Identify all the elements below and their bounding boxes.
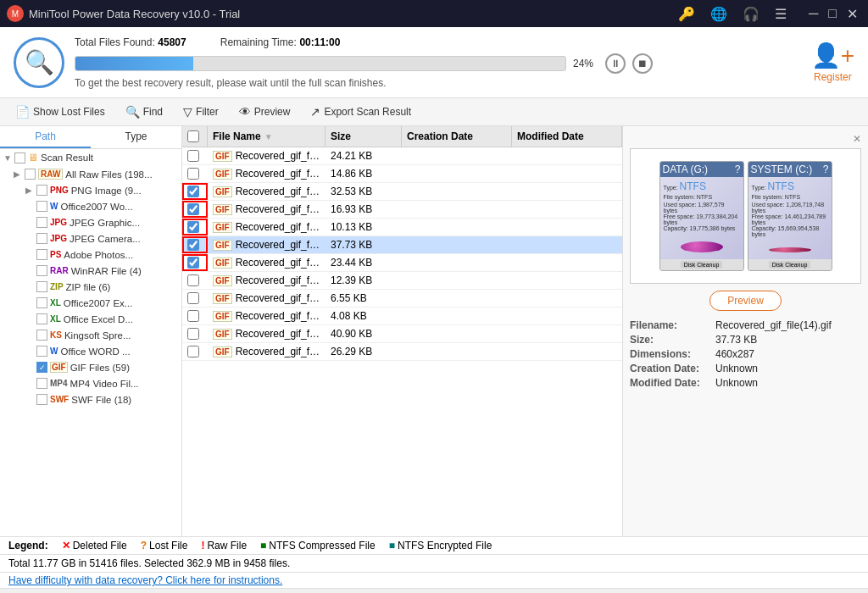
tree-label: Office2007 Wo... xyxy=(60,202,132,212)
file-checkbox[interactable] xyxy=(187,239,199,251)
title-bar-controls: 🔑 🌐 🎧 ☰ ─ □ ✕ xyxy=(675,4,861,24)
file-checkbox[interactable] xyxy=(187,292,199,304)
file-row[interactable]: GIFRecovered_gif_file(12).gif16.93 KB xyxy=(182,201,622,219)
register-button[interactable]: 👤+ Register xyxy=(811,42,854,83)
file-row[interactable]: GIFRecovered_gif_file(17).gif6.55 KB xyxy=(182,290,622,308)
file-modified-date xyxy=(512,207,622,212)
tree-check[interactable] xyxy=(36,265,47,276)
file-checkbox[interactable] xyxy=(187,150,199,162)
file-row[interactable]: GIFRecovered_gif_file(18).gif4.08 KB xyxy=(182,308,622,325)
tree-item-adobe[interactable]: PS Adobe Photos... xyxy=(0,247,181,263)
tree-label: MP4 Video Fil... xyxy=(70,379,139,389)
tree-label: JPEG Camera... xyxy=(70,234,141,244)
find-button[interactable]: 🔍 Find xyxy=(117,102,171,122)
file-row[interactable]: GIFRecovered_gif_file(16).gif12.39 KB xyxy=(182,272,622,290)
tree-item-jpeg-graphic[interactable]: JPG JPEG Graphic... xyxy=(0,214,181,230)
disk-cleanup-btn-2[interactable]: Disk Cleanup xyxy=(769,261,811,269)
tree-check[interactable] xyxy=(36,313,47,324)
deleted-icon: ✕ xyxy=(62,540,70,551)
tree-item-scan-result[interactable]: ▼ 🖥 Scan Result xyxy=(0,149,181,166)
file-checkbox[interactable] xyxy=(187,186,199,197)
filename-value: Recovered_gif_file(14).gif xyxy=(715,319,832,331)
export-scan-result-button[interactable]: ↗ Export Scan Result xyxy=(302,102,420,122)
file-checkbox[interactable] xyxy=(187,328,199,340)
file-row[interactable]: GIFRecovered_gif_file(2).gif26.29 KB xyxy=(182,343,622,361)
tree-check[interactable] xyxy=(25,169,36,180)
file-checkbox[interactable] xyxy=(187,257,199,269)
globe-icon[interactable]: 🌐 xyxy=(707,4,731,24)
tree-check[interactable] xyxy=(14,152,25,163)
select-all-checkbox[interactable] xyxy=(187,130,199,142)
tree-check[interactable] xyxy=(36,185,47,196)
tree-item-png[interactable]: ▶ PNG PNG Image (9... xyxy=(0,182,181,198)
filter-button[interactable]: ▽ Filter xyxy=(175,102,227,122)
file-row[interactable]: GIFRecovered_gif_file(14).gif37.73 KB xyxy=(182,236,622,254)
th-modified-date: Modified Date xyxy=(512,126,622,147)
file-row[interactable]: GIFRecovered_gif_file(11).gif32.53 KB xyxy=(182,183,622,201)
preview-card-body-2: Type: NTFS File system: NTFS Used space:… xyxy=(748,177,832,241)
file-checkbox[interactable] xyxy=(187,310,199,322)
file-checkbox[interactable] xyxy=(187,203,199,215)
tree-check[interactable] xyxy=(36,378,47,389)
scan-message: To get the best recovery result, please … xyxy=(75,77,653,89)
header: 🔍 Total Files Found: 45807 Remaining Tim… xyxy=(0,27,868,98)
file-row[interactable]: GIFRecovered_gif_file(13).gif10.13 KB xyxy=(182,219,622,236)
tree-item-swf[interactable]: SWF SWF File (18) xyxy=(0,391,181,407)
file-checkbox[interactable] xyxy=(187,346,199,357)
tree-check[interactable] xyxy=(36,217,47,228)
pause-button[interactable]: ⏸ xyxy=(605,53,626,74)
file-creation-date xyxy=(402,153,512,158)
file-checkbox[interactable] xyxy=(187,274,199,286)
tree-item-zip[interactable]: ZIP ZIP file (6) xyxy=(0,279,181,295)
file-checkbox[interactable] xyxy=(187,221,199,233)
tab-type[interactable]: Type xyxy=(91,126,181,148)
tree-item-office2007ex[interactable]: XL Office2007 Ex... xyxy=(0,295,181,311)
size-value: 37.73 KB xyxy=(715,334,757,346)
show-lost-files-button[interactable]: 📄 Show Lost Files xyxy=(7,102,114,122)
stop-button[interactable]: ⏹ xyxy=(632,53,653,74)
close-right-panel-button[interactable]: ✕ xyxy=(853,133,861,145)
preview-button[interactable]: Preview xyxy=(709,291,782,311)
tree-item-gif-files[interactable]: ✓ GIF GIF Files (59) xyxy=(0,359,181,375)
preview-card-1: DATA (G:)? Type: NTFS File system: NTFS … xyxy=(659,161,744,271)
file-row[interactable]: GIFRecovered_gif_file(15).gif23.44 KB xyxy=(182,254,622,272)
maximize-btn[interactable]: □ xyxy=(825,4,840,24)
tree-item-jpeg-camera[interactable]: JPG JPEG Camera... xyxy=(0,230,181,247)
tree-check[interactable] xyxy=(36,297,47,308)
tree-check[interactable] xyxy=(36,394,47,405)
modified-date-label: Modified Date: xyxy=(630,377,710,389)
tree-check[interactable] xyxy=(36,281,47,292)
file-creation-date xyxy=(402,296,512,301)
file-row[interactable]: GIFRecovered_gif_file(1).gif24.21 KB xyxy=(182,147,622,165)
file-checkbox[interactable] xyxy=(187,168,199,180)
tree-check[interactable] xyxy=(36,346,47,357)
tree-item-all-raw[interactable]: ▶ RAW All Raw Files (198... xyxy=(0,166,181,182)
file-row[interactable]: GIFRecovered_gif_file(10).gif14.86 KB xyxy=(182,165,622,183)
tree-check[interactable] xyxy=(36,330,47,341)
menu-icon[interactable]: ☰ xyxy=(771,4,790,24)
tree-check[interactable] xyxy=(36,233,47,244)
help-link[interactable]: Have difficulty with data recovery? Clic… xyxy=(8,574,282,586)
dimensions-label: Dimensions: xyxy=(630,348,710,360)
file-row[interactable]: GIFRecovered_gif_file(19).gif40.90 KB xyxy=(182,325,622,343)
tree-item-office2007wo[interactable]: W Office2007 Wo... xyxy=(0,198,181,214)
minimize-btn[interactable]: ─ xyxy=(805,4,821,24)
headphones-icon[interactable]: 🎧 xyxy=(739,4,763,24)
preview-toolbar-button[interactable]: 👁 Preview xyxy=(231,102,299,122)
tab-path[interactable]: Path xyxy=(0,126,91,148)
progress-pct: 24% xyxy=(573,58,598,69)
close-btn[interactable]: ✕ xyxy=(843,4,861,24)
tree-check-checked[interactable]: ✓ xyxy=(36,362,47,373)
tree-item-office-word[interactable]: W Office WORD ... xyxy=(0,343,181,359)
preview-image: DATA (G:)? Type: NTFS File system: NTFS … xyxy=(659,161,832,271)
gif-file-icon: GIF xyxy=(213,151,232,162)
tree-item-kingsoft[interactable]: KS Kingsoft Spre... xyxy=(0,327,181,343)
key-icon[interactable]: 🔑 xyxy=(675,4,698,24)
disk-cleanup-btn[interactable]: Disk Cleanup xyxy=(681,261,723,269)
tree-check[interactable] xyxy=(36,249,47,260)
tree-check[interactable] xyxy=(36,201,47,212)
preview-card-2: SYSTEM (C:)? Type: NTFS File system: NTF… xyxy=(748,161,832,271)
tree-item-winrar[interactable]: RAR WinRAR File (4) xyxy=(0,263,181,279)
tree-item-office-excel-d[interactable]: XL Office Excel D... xyxy=(0,311,181,327)
tree-item-mp4[interactable]: MP4 MP4 Video Fil... xyxy=(0,375,181,391)
